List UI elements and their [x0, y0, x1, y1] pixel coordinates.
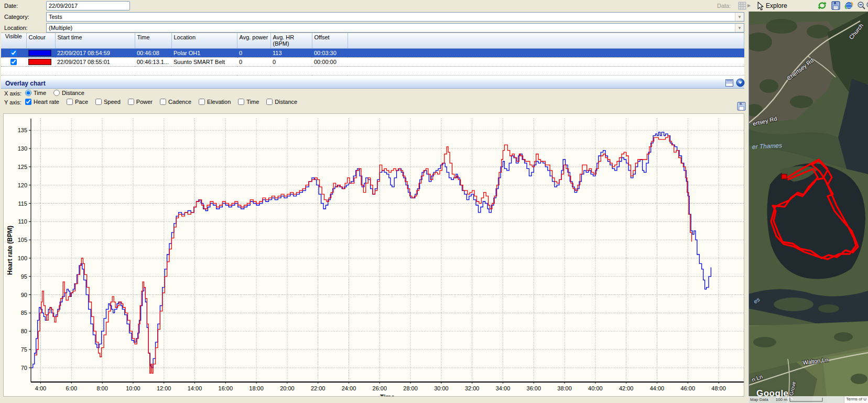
col-filler: [348, 33, 744, 48]
svg-text:70: 70: [21, 365, 27, 371]
radio-time[interactable]: Time: [25, 90, 46, 96]
svg-text:120: 120: [18, 182, 27, 188]
svg-text:22:00: 22:00: [311, 385, 326, 391]
checkbox-input[interactable]: [199, 99, 205, 105]
empty-row: [1, 66, 744, 75]
checkbox-input[interactable]: [160, 99, 166, 105]
x-axis-label: X axis:: [4, 90, 25, 97]
map-scale-bar: [789, 397, 823, 402]
cursor-icon: [756, 2, 765, 10]
col-offset[interactable]: Offset: [312, 33, 348, 48]
col-visible[interactable]: Visible: [1, 33, 26, 48]
checkbox-speed[interactable]: Speed: [95, 99, 121, 105]
row-visible-checkbox[interactable]: [10, 50, 17, 56]
checkbox-input[interactable]: [67, 99, 73, 105]
svg-text:100: 100: [18, 255, 27, 261]
category-label: Category:: [4, 14, 29, 20]
chevron-down-icon[interactable]: ▼: [735, 13, 744, 21]
data-expand-arrow-icon[interactable]: ▶: [747, 3, 751, 8]
globe-settings-icon[interactable]: [844, 1, 853, 10]
checkbox-pace[interactable]: Pace: [67, 99, 88, 105]
heart-rate-chart: 4:006:008:0010:0012:0014:0016:0018:0020:…: [4, 114, 744, 396]
checkbox-power[interactable]: Power: [128, 99, 153, 105]
col-avg-hr[interactable]: Avg. HR (BPM): [270, 33, 312, 48]
overlay-chart-plot: 4:006:008:0010:0012:0014:0016:0018:0020:…: [3, 113, 744, 397]
y-axis-title: Heart rate (BPM): [6, 226, 14, 275]
location-value: (Multiple): [47, 25, 735, 31]
option-label: Time: [246, 99, 259, 105]
map-data-label: Map Data: [748, 397, 768, 402]
radio-distance[interactable]: Distance: [53, 90, 84, 96]
window-layout-icon[interactable]: [725, 79, 733, 87]
checkbox-input[interactable]: [238, 99, 244, 105]
data-label: Data:: [717, 3, 731, 9]
checkbox-elevation[interactable]: Elevation: [199, 99, 231, 105]
explore-mode-label[interactable]: Explore: [766, 2, 787, 9]
collapse-section-button[interactable]: [736, 78, 745, 87]
col-start-time[interactable]: Start time: [55, 33, 135, 48]
chevron-down-icon[interactable]: ▼: [735, 24, 744, 32]
checkbox-input[interactable]: [25, 99, 31, 105]
cell-location: Suunto SMART Belt: [171, 57, 237, 66]
svg-text:32:00: 32:00: [465, 385, 480, 391]
zoom-out-icon[interactable]: [857, 1, 866, 10]
col-colour[interactable]: Colour: [26, 33, 55, 48]
map-attribution-bar: Map Data 100 m Terms of U: [748, 396, 868, 403]
colour-swatch[interactable]: [28, 59, 51, 65]
cell-avg-power: 0: [237, 57, 270, 66]
checkbox-cadence[interactable]: Cadence: [160, 99, 191, 105]
category-combobox[interactable]: Tests ▼: [46, 12, 744, 22]
row-visible-checkbox[interactable]: [10, 59, 17, 65]
option-label: Pace: [75, 99, 88, 105]
date-input[interactable]: [46, 1, 130, 10]
col-time[interactable]: Time: [135, 33, 171, 48]
svg-text:36:00: 36:00: [527, 385, 541, 391]
radio-input[interactable]: [25, 90, 31, 96]
map-label: er Thames: [752, 142, 782, 151]
cell-location: Polar OH1: [171, 48, 237, 57]
checkbox-input[interactable]: [266, 99, 273, 105]
x-axis-title: Time: [380, 394, 395, 396]
checkbox-time[interactable]: Time: [238, 99, 259, 105]
colour-swatch[interactable]: [28, 50, 51, 56]
zoom-in-icon[interactable]: [866, 1, 868, 10]
checkbox-input[interactable]: [95, 99, 102, 105]
col-location[interactable]: Location: [171, 33, 237, 48]
overlay-chart-title: Overlay chart: [1, 78, 46, 87]
svg-text:75: 75: [21, 346, 27, 353]
svg-text:80: 80: [21, 328, 27, 334]
terms-link[interactable]: Terms of U: [844, 396, 868, 403]
svg-text:130: 130: [18, 145, 27, 152]
col-avg-power[interactable]: Avg. power: [237, 33, 270, 48]
checkbox-distance[interactable]: Distance: [266, 99, 297, 105]
svg-text:115: 115: [18, 200, 27, 207]
svg-text:95: 95: [21, 273, 27, 280]
svg-text:28:00: 28:00: [403, 385, 418, 391]
option-label: Distance: [275, 99, 297, 105]
save-chart-icon[interactable]: [737, 102, 746, 111]
svg-text:8:00: 8:00: [96, 385, 107, 391]
table-header-row: Visible Colour Start time Time Location …: [1, 33, 744, 48]
checkbox-heart-rate[interactable]: Heart rate: [25, 99, 59, 105]
x-axis-options: X axis: TimeDistance: [4, 89, 92, 97]
location-label: Location:: [4, 25, 28, 31]
svg-text:90: 90: [21, 292, 27, 298]
svg-text:44:00: 44:00: [650, 385, 665, 391]
svg-text:48:00: 48:00: [711, 385, 726, 391]
overlay-chart-header: Overlay chart: [1, 78, 744, 89]
table-row[interactable]: 22/09/2017 08:54:59 00:46:08 Polar OH1 0…: [1, 48, 744, 57]
cell-avg-power: 0: [237, 48, 270, 57]
map-canvas[interactable]: ChurchChertsey Rdertsey Rder ThamesesWal…: [748, 12, 868, 403]
cell-offset: 00:03:30: [312, 48, 348, 57]
option-label: Time: [34, 90, 46, 96]
option-label: Distance: [62, 90, 84, 96]
svg-text:135: 135: [18, 127, 27, 133]
radio-input[interactable]: [53, 90, 60, 96]
option-label: Speed: [104, 99, 121, 105]
save-icon[interactable]: [831, 1, 840, 10]
checkbox-input[interactable]: [128, 99, 134, 105]
refresh-icon[interactable]: [818, 1, 827, 10]
location-combobox[interactable]: (Multiple) ▼: [46, 23, 744, 33]
map-scale-label: 100 m: [776, 397, 787, 402]
table-row[interactable]: 22/09/2017 08:55:01 00:46:13.1... Suunto…: [1, 57, 744, 66]
